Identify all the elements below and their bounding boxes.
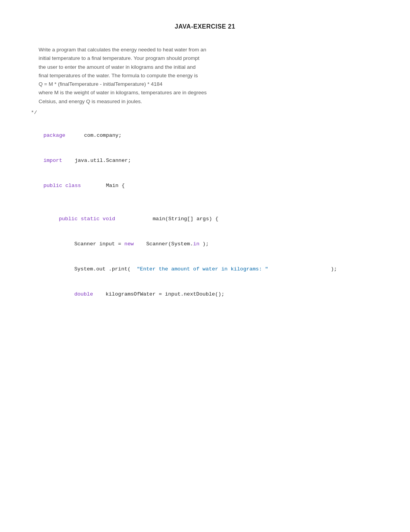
comment-line-6: where M is the weight of water in kilogr… <box>39 90 207 95</box>
comment-end: */ <box>31 110 379 116</box>
code-line-package: package com.company; <box>31 123 379 148</box>
comment-line-1: Write a program that calculates the ener… <box>39 47 206 53</box>
comment-line-4: final temperatures of the water. The for… <box>39 73 198 78</box>
keyword-in: in <box>193 241 199 247</box>
scanner-end: ); <box>199 241 208 247</box>
comment-line-2: initial temperature to a final temperatu… <box>39 55 199 61</box>
print-end: ); <box>268 266 337 272</box>
double-rest: kilogramsOfWater = input.nextDouble(); <box>93 291 224 297</box>
scanner-post: Scanner(System. <box>134 241 193 247</box>
print-label: .print( <box>105 266 137 272</box>
keyword-new: new <box>124 241 134 247</box>
system-pre: System. <box>74 266 96 272</box>
keyword-package: package <box>43 133 65 138</box>
comment-line-3: the user to enter the amount of water in… <box>39 64 196 70</box>
code-line-method: public static void main(String[] args) { <box>31 207 379 232</box>
scanner-pre: Scanner input = <box>74 241 124 247</box>
string-kilograms: "Enter the amount of water in kilograms:… <box>137 266 268 272</box>
code-line-scanner: Scanner input = new Scanner(System.in ); <box>31 232 379 257</box>
keyword-void: void <box>103 216 115 222</box>
comment-block: Write a program that calculates the ener… <box>39 46 379 106</box>
comment-line-5: Q = M * (finalTemperature - initialTempe… <box>39 81 163 87</box>
class-name: Main { <box>81 183 125 189</box>
code-line-import: import java.util.Scanner; <box>31 148 379 173</box>
method-signature: main(String[] args) { <box>115 216 218 222</box>
keyword-public-class: public <box>43 183 62 189</box>
package-value: com.company; <box>65 133 122 138</box>
code-line-double: double kilogramsOfWater = input.nextDoub… <box>31 282 379 307</box>
comment-line-7: Celsius, and energy Q is measured in jou… <box>39 99 142 104</box>
keyword-static: static <box>81 216 100 222</box>
import-value: java.util.Scanner; <box>62 158 131 163</box>
keyword-public-method: public <box>59 216 78 222</box>
code-area: package com.company; import java.util.Sc… <box>31 123 379 307</box>
keyword-double: double <box>74 291 93 297</box>
keyword-import: import <box>43 158 62 163</box>
code-line-class: public class Main { <box>31 173 379 198</box>
code-line-print: System.out .print( "Enter the amount of … <box>31 257 379 282</box>
keyword-class: class <box>65 183 81 189</box>
out-label: out <box>96 266 105 272</box>
page-title: JAVA-EXERCISE 21 <box>31 23 379 30</box>
